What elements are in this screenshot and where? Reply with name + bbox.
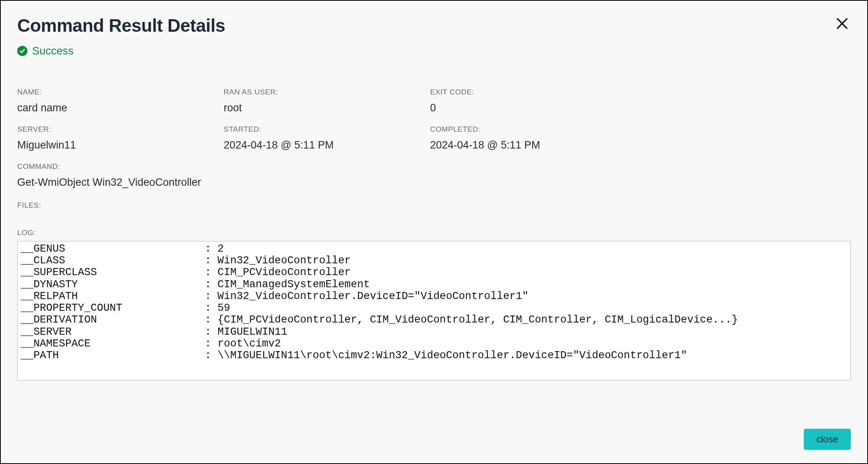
started-label: STARTED: (224, 125, 430, 134)
dialog-footer: close (804, 429, 851, 450)
command-result-dialog: Command Result Details Success NAME: car… (0, 0, 868, 464)
log-label: LOG: (17, 228, 851, 237)
dialog-title: Command Result Details (17, 15, 225, 36)
fields-grid: NAME: card name RAN AS USER: root EXIT C… (17, 88, 851, 188)
exit-code-label: EXIT CODE: (430, 88, 637, 96)
command-label: COMMAND: (17, 162, 637, 171)
field-exit-code: EXIT CODE: 0 (430, 88, 637, 114)
ran-as-label: RAN AS USER: (224, 88, 430, 96)
server-label: SERVER: (17, 125, 224, 134)
server-value: Miguelwin11 (17, 139, 224, 151)
files-label: FILES: (17, 201, 851, 210)
dialog-header: Command Result Details (17, 15, 851, 36)
completed-value: 2024-04-18 @ 5:11 PM (430, 139, 637, 151)
started-value: 2024-04-18 @ 5:11 PM (224, 139, 430, 151)
field-ran-as-user: RAN AS USER: root (224, 88, 430, 114)
field-command: COMMAND: Get-WmiObject Win32_VideoContro… (17, 162, 637, 188)
ran-as-value: root (224, 102, 430, 114)
command-value: Get-WmiObject Win32_VideoController (17, 176, 637, 188)
field-started: STARTED: 2024-04-18 @ 5:11 PM (224, 125, 430, 151)
name-label: NAME: (17, 88, 224, 96)
name-value: card name (17, 102, 224, 114)
field-completed: COMPLETED: 2024-04-18 @ 5:11 PM (430, 125, 637, 151)
close-icon[interactable] (834, 16, 851, 33)
log-output[interactable]: __GENUS : 2 __CLASS : Win32_VideoControl… (17, 241, 851, 381)
close-button[interactable]: close (804, 429, 851, 450)
completed-label: COMPLETED: (430, 125, 637, 134)
status-label: Success (32, 45, 74, 57)
status-row: Success (17, 45, 851, 57)
exit-code-value: 0 (430, 102, 637, 114)
field-server: SERVER: Miguelwin11 (17, 125, 224, 151)
field-name: NAME: card name (17, 88, 224, 114)
success-check-icon (17, 46, 27, 56)
